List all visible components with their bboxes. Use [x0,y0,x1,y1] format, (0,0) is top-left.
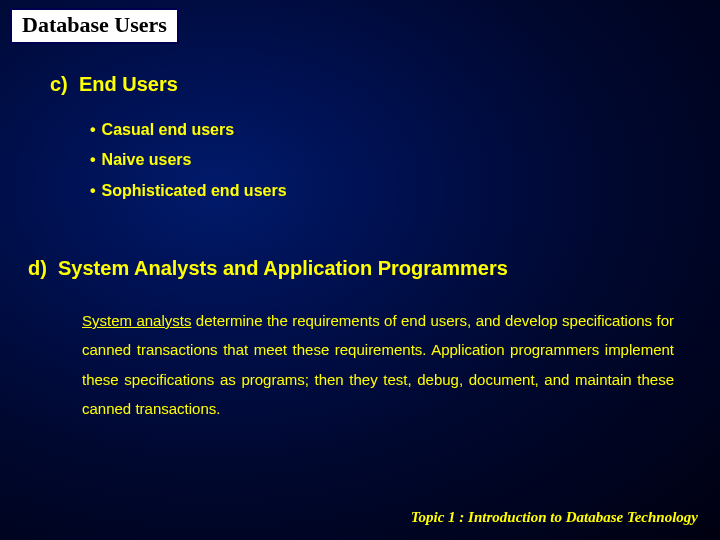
section-d-title: System Analysts and Application Programm… [58,257,508,279]
section-c-label: c) [50,73,68,95]
list-item: • Sophisticated end users [90,176,287,206]
bullet-text: Casual end users [102,115,235,145]
slide-title-box: Database Users [10,8,179,44]
bullet-list: • Casual end users • Naive users • Sophi… [90,115,287,206]
bullet-icon: • [90,145,96,175]
section-d-paragraph: System analysts determine the requiremen… [82,306,674,423]
list-item: • Naive users [90,145,287,175]
section-c-title: End Users [79,73,178,95]
bullet-text: Naive users [102,145,192,175]
bullet-text: Sophisticated end users [102,176,287,206]
bullet-icon: • [90,115,96,145]
slide-title: Database Users [22,12,167,37]
list-item: • Casual end users [90,115,287,145]
underlined-lead: System analysts [82,312,191,329]
slide-footer: Topic 1 : Introduction to Database Techn… [411,509,698,526]
section-d-label: d) [28,257,47,279]
section-d-heading: d) System Analysts and Application Progr… [28,257,508,280]
section-c-heading: c) End Users [50,73,178,96]
bullet-icon: • [90,176,96,206]
